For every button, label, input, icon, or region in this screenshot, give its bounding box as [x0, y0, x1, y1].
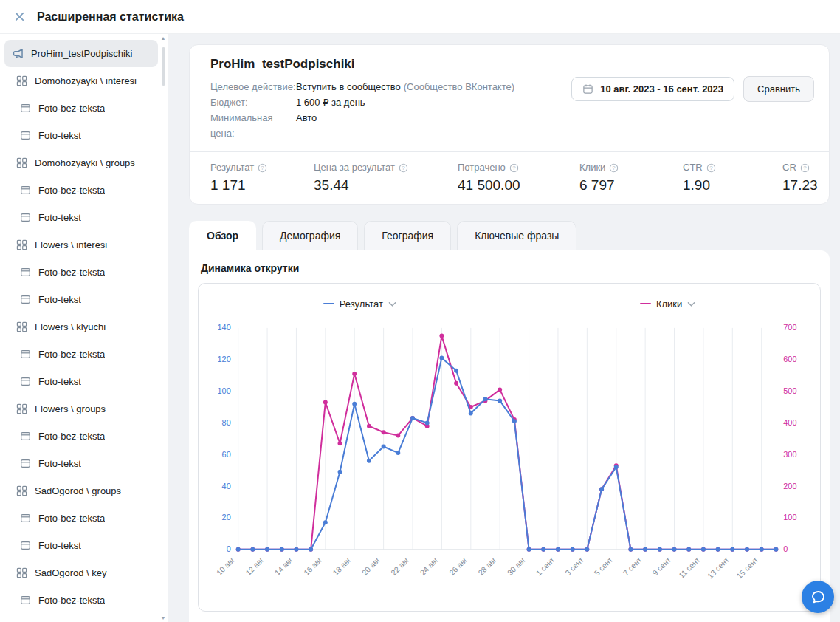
svg-text:0: 0: [227, 544, 231, 553]
metric: Клики?6 797: [579, 162, 683, 194]
ad-card-icon: [19, 211, 32, 224]
help-icon[interactable]: ?: [609, 163, 619, 173]
svg-text:20: 20: [222, 513, 231, 522]
metric-value: 17.23: [782, 177, 818, 194]
sidebar-item[interactable]: Domohozyayki \ groups: [4, 149, 158, 177]
svg-text:200: 200: [783, 482, 796, 491]
sidebar-item-label: Foto-bez-teksta: [38, 595, 105, 606]
sidebar-item-label: Foto-bez-teksta: [38, 349, 105, 360]
help-icon[interactable]: ?: [258, 163, 267, 173]
field-value: Вступить в сообщество: [296, 79, 401, 95]
help-icon[interactable]: ?: [706, 163, 716, 173]
sidebar-item[interactable]: Domohozyayki \ interesi: [4, 67, 158, 95]
metric-label: Потрачено: [458, 162, 506, 173]
tab-klyuchevye-frazy[interactable]: Ключевые фразы: [457, 221, 576, 250]
overview-panel: Динамика открутки РезультатКлики 10 авг1…: [189, 250, 830, 622]
legend-label: Результат: [340, 298, 383, 310]
sidebar-item-label: Foto-bez-teksta: [38, 267, 105, 278]
sidebar-item-label: Flowers \ interesi: [35, 239, 107, 250]
sidebar-item[interactable]: Foto-bez-teksta: [4, 95, 158, 122]
sidebar-item[interactable]: Foto-tekst: [4, 532, 158, 559]
sidebar-item[interactable]: Flowers \ klyuchi: [4, 313, 158, 341]
sidebar-item-label: Foto-tekst: [38, 376, 81, 387]
sidebar-scrollbar[interactable]: ▲ ▼: [159, 35, 168, 621]
metric-label: Результат: [210, 162, 254, 173]
metric-value: 41 500.00: [458, 177, 579, 194]
svg-text:9 сент: 9 сент: [651, 556, 672, 577]
svg-text:0: 0: [783, 544, 788, 553]
legend-item-rezultat[interactable]: Результат: [323, 298, 396, 310]
tab-geografiya[interactable]: География: [364, 221, 451, 250]
svg-text:?: ?: [512, 165, 516, 171]
sidebar-item-label: Foto-tekst: [38, 458, 81, 469]
scrollbar-thumb[interactable]: [162, 47, 165, 86]
sidebar-item-label: Flowers \ klyuchi: [35, 321, 106, 332]
sidebar-item[interactable]: Flowers \ interesi: [4, 231, 158, 259]
svg-text:140: 140: [218, 323, 231, 332]
svg-text:26 авг: 26 авг: [448, 556, 469, 577]
metric-value: 6 797: [579, 177, 683, 194]
ad-group-icon: [16, 239, 28, 251]
sidebar-item[interactable]: Foto-tekst: [4, 122, 158, 149]
sidebar-item[interactable]: Foto-bez-teksta: [4, 587, 158, 614]
sidebar-item[interactable]: ProHim_testPodpischiki: [4, 40, 158, 67]
help-icon[interactable]: ?: [399, 163, 408, 173]
sidebar-item[interactable]: Foto-tekst: [4, 614, 158, 622]
sidebar-item[interactable]: Flowers \ groups: [4, 395, 158, 423]
svg-text:?: ?: [709, 165, 713, 171]
metric: CR?17.23: [782, 162, 818, 194]
sidebar-item-label: Domohozyayki \ interesi: [35, 75, 137, 86]
sidebar-item[interactable]: SadOgorod \ groups: [4, 477, 158, 505]
svg-text:14 авг: 14 авг: [273, 556, 295, 577]
sidebar-item-label: ProHim_testPodpischiki: [31, 48, 132, 59]
svg-text:12 авг: 12 авг: [244, 556, 266, 577]
svg-text:16 авг: 16 авг: [303, 556, 324, 577]
metric-label: CR: [782, 162, 796, 173]
sidebar-item[interactable]: Foto-tekst: [4, 204, 158, 231]
support-chat-button[interactable]: [802, 581, 834, 613]
sidebar-item[interactable]: Foto-tekst: [4, 450, 158, 477]
campaign-title: ProHim_testPodpischiki: [210, 57, 814, 72]
sidebar-item[interactable]: Foto-tekst: [4, 368, 158, 395]
help-icon[interactable]: ?: [509, 163, 519, 173]
sidebar-item[interactable]: Foto-bez-teksta: [4, 505, 158, 532]
metric: CTR?1.90: [683, 162, 782, 194]
svg-text:300: 300: [783, 450, 796, 459]
ad-group-icon: [16, 567, 28, 579]
svg-text:40: 40: [222, 482, 231, 491]
sidebar-item[interactable]: Foto-bez-teksta: [4, 341, 158, 368]
sidebar-item[interactable]: Foto-bez-teksta: [4, 259, 158, 286]
campaign-tree-sidebar: ProHim_testPodpischikiDomohozyayki \ int…: [0, 34, 168, 622]
compare-button[interactable]: Сравнить: [743, 76, 814, 102]
svg-text:10 авг: 10 авг: [215, 556, 236, 577]
svg-text:700: 700: [783, 323, 796, 332]
date-range-picker[interactable]: 10 авг. 2023 - 16 сент. 2023: [571, 77, 734, 101]
sidebar-item[interactable]: SadOgorod \ key: [4, 559, 158, 587]
sidebar-item[interactable]: Foto-tekst: [4, 286, 158, 313]
ad-card-icon: [19, 266, 32, 278]
metric: Потрачено?41 500.00: [458, 162, 579, 194]
close-icon[interactable]: [12, 10, 27, 24]
scroll-up-icon[interactable]: ▲: [161, 35, 166, 41]
ad-card-icon: [19, 594, 32, 606]
date-range-label: 10 авг. 2023 - 16 сент. 2023: [600, 83, 723, 95]
metric-value: 35.44: [314, 177, 458, 194]
field-value: 1 600 ₽ за день: [296, 95, 365, 110]
sidebar-item-label: Foto-bez-teksta: [38, 185, 105, 196]
svg-text:3 сент: 3 сент: [564, 556, 585, 577]
svg-text:11 сент: 11 сент: [678, 556, 702, 580]
svg-text:1 сент: 1 сент: [534, 556, 556, 577]
sidebar-item[interactable]: Foto-bez-teksta: [4, 177, 158, 204]
sidebar-item-label: SadOgorod \ key: [35, 567, 107, 578]
svg-text:15 сент: 15 сент: [735, 556, 760, 580]
field-label: Минимальная цена:: [210, 110, 296, 141]
tab-obzor[interactable]: Обзор: [189, 221, 256, 250]
metric-value: 1 171: [210, 177, 314, 194]
tab-demografiya[interactable]: Демография: [262, 221, 358, 250]
metric-label: Цена за результат: [314, 162, 395, 173]
help-icon[interactable]: ?: [800, 163, 810, 173]
page-title: Расширенная статистика: [37, 10, 184, 24]
legend-item-kliki[interactable]: Клики: [640, 298, 695, 310]
sidebar-item[interactable]: Foto-bez-teksta: [4, 423, 158, 450]
scroll-down-icon[interactable]: ▼: [161, 615, 166, 621]
